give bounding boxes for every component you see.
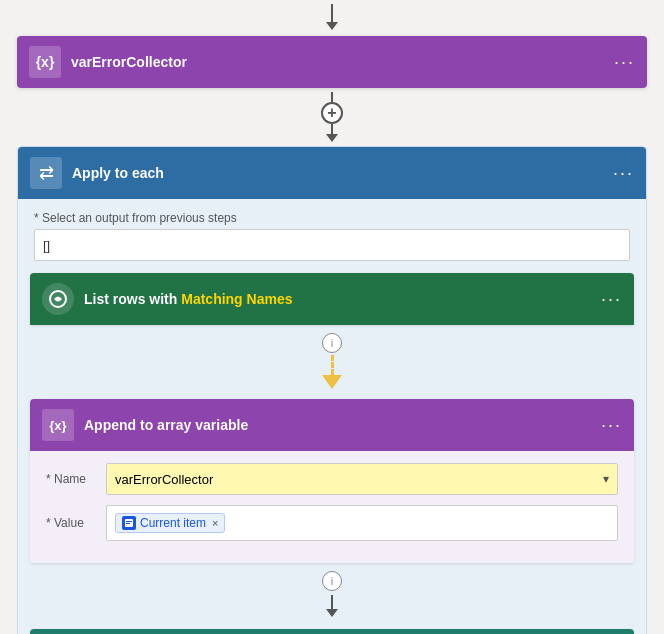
- name-label: * Name: [46, 472, 106, 486]
- apply-each-header: ⇄ Apply to each ···: [18, 147, 646, 199]
- append-icon: {x}: [42, 409, 74, 441]
- apply-each-title: Apply to each: [72, 165, 613, 181]
- select-output-label: * Select an output from previous steps: [34, 211, 630, 225]
- list-rows-emails-card: List rows with Matching Emails ··· * Tab…: [30, 629, 634, 634]
- var-error-icon: {x}: [29, 46, 61, 78]
- name-value: varErrorCollector: [115, 472, 213, 487]
- select-output-input[interactable]: [34, 229, 630, 261]
- current-item-chip: Current item ×: [115, 513, 225, 533]
- svg-rect-2: [126, 521, 132, 522]
- name-row: * Name varErrorCollector ▾: [46, 463, 618, 495]
- info-circle-1[interactable]: i: [322, 333, 342, 353]
- var-error-collector-card: {x} varErrorCollector ···: [17, 36, 647, 88]
- list-rows-names-card: List rows with Matching Names ···: [30, 273, 634, 325]
- yellow-arrow: [322, 355, 342, 389]
- list-rows-names-header: List rows with Matching Names ···: [30, 273, 634, 325]
- top-arrow: [326, 4, 338, 30]
- plus-connector-1: +: [321, 92, 343, 142]
- apply-each-icon: ⇄: [30, 157, 62, 189]
- svg-rect-3: [126, 523, 130, 524]
- apply-each-body: * Select an output from previous steps: [18, 199, 646, 265]
- list-rows-emails-header: List rows with Matching Emails ···: [30, 629, 634, 634]
- info-circle-2[interactable]: i: [322, 571, 342, 591]
- apply-each-menu[interactable]: ···: [613, 163, 634, 184]
- yellow-arrow-connector: i: [18, 333, 646, 391]
- append-body: * Name varErrorCollector ▾ * Value: [30, 451, 634, 563]
- apply-to-each-container: ⇄ Apply to each ··· * Select an output f…: [17, 146, 647, 634]
- arrow-down-2: [326, 595, 338, 617]
- chip-icon: [122, 516, 136, 530]
- list-rows-names-menu[interactable]: ···: [601, 289, 622, 310]
- append-menu[interactable]: ···: [601, 415, 622, 436]
- name-select[interactable]: varErrorCollector ▾: [106, 463, 618, 495]
- value-label: * Value: [46, 516, 106, 530]
- info-arrow-connector-2: i: [18, 571, 646, 621]
- list-rows-names-title: List rows with Matching Names: [84, 291, 601, 307]
- value-row: * Value Current item ×: [46, 505, 618, 541]
- chip-label: Current item: [140, 516, 206, 530]
- var-error-title: varErrorCollector: [71, 54, 614, 70]
- plus-button-1[interactable]: +: [321, 102, 343, 124]
- list-rows-names-icon: [42, 283, 74, 315]
- name-chevron: ▾: [603, 472, 609, 486]
- value-field[interactable]: Current item ×: [106, 505, 618, 541]
- append-title: Append to array variable: [84, 417, 601, 433]
- append-to-array-card: {x} Append to array variable ··· * Name …: [30, 399, 634, 563]
- append-header: {x} Append to array variable ···: [30, 399, 634, 451]
- var-error-menu[interactable]: ···: [614, 52, 635, 73]
- chip-close[interactable]: ×: [212, 517, 218, 529]
